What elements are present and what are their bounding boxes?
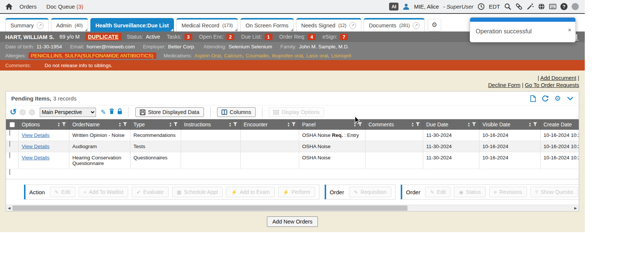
- column-header-due-date[interactable]: Due Date▴▾: [423, 119, 479, 130]
- row-checkbox[interactable]: [9, 130, 10, 136]
- column-header-instructions[interactable]: Instructions▴▾: [181, 119, 241, 130]
- table-body: View DetailsWritten Opinion - NoiseRecom…: [6, 130, 579, 169]
- filter-funnel-icon[interactable]: [174, 122, 178, 128]
- search-icon[interactable]: [504, 3, 511, 10]
- row-checkbox[interactable]: [9, 141, 10, 147]
- patient-field: eSign:7: [322, 34, 348, 40]
- filter-funnel-icon[interactable]: [123, 122, 127, 128]
- ai-badge[interactable]: AI: [389, 3, 398, 10]
- medication-item[interactable]: ibuprofen oral: [272, 53, 303, 58]
- tab-health-surveillance-due-list[interactable]: Health Surveillance:Due List: [90, 18, 174, 32]
- filter-funnel-icon[interactable]: [233, 122, 237, 128]
- wand-icon[interactable]: [527, 3, 534, 10]
- sort-icon[interactable]: ▴▾: [288, 122, 289, 127]
- tab-needs-signed[interactable]: Needs Signed(12)↗: [296, 18, 361, 32]
- allergies-bar: Allergies: PENICILLINS, SULFA(SULFONAMID…: [0, 51, 585, 60]
- tab-on-screen-forms[interactable]: On Screen Forms: [240, 18, 294, 32]
- panel-settings-gear-icon[interactable]: ⚙: [554, 95, 561, 102]
- toast-close-icon[interactable]: ×: [568, 27, 571, 33]
- sort-icon[interactable]: ▴▾: [169, 122, 171, 127]
- edit-perspective-pencil-icon[interactable]: ✎: [100, 108, 106, 116]
- medication-item[interactable]: Aspirin Oral: [194, 53, 221, 58]
- add-document-link[interactable]: Add Document: [540, 75, 576, 81]
- column-header-ordername[interactable]: OrderName▴▾: [69, 119, 130, 130]
- column-header-options[interactable]: Options▴▾: [19, 119, 69, 130]
- sort-icon[interactable]: ▴▾: [529, 122, 531, 127]
- go-to-order-requests-link[interactable]: Go To Order Requests: [525, 82, 579, 88]
- delete-perspective-trash-icon[interactable]: [109, 108, 114, 116]
- column-header-visible-date[interactable]: Visible Date▴▾: [479, 119, 541, 130]
- tab-medical-record[interactable]: Medical Record(173): [176, 18, 238, 32]
- filter-funnel-icon[interactable]: [533, 122, 537, 128]
- help-icon[interactable]: ?: [560, 3, 568, 10]
- columns-button[interactable]: Columns: [217, 107, 256, 117]
- view-details-link[interactable]: View Details: [22, 155, 49, 160]
- row-checkbox[interactable]: [9, 152, 10, 158]
- sort-icon[interactable]: ▴▾: [354, 122, 356, 127]
- action-button-label: Revisions: [499, 189, 522, 195]
- sort-icon[interactable]: ▴▾: [119, 122, 121, 127]
- panel-cell: OSHA Noise Req. : Entry: [299, 130, 365, 141]
- row-checkbox[interactable]: [9, 169, 10, 175]
- horizontal-scrollbar[interactable]: ◀ ▶: [6, 205, 579, 211]
- tab-documents[interactable]: Documents(281)↗: [364, 18, 425, 32]
- sort-icon[interactable]: ▴▾: [468, 122, 470, 127]
- globe-icon[interactable]: [538, 3, 545, 10]
- medication-item[interactable]: Coumadin: [246, 53, 269, 58]
- patient-count-badge[interactable]: 1: [265, 34, 273, 40]
- keyboard-icon[interactable]: [549, 3, 556, 10]
- view-details-link[interactable]: View Details: [22, 144, 49, 149]
- scrollbar-thumb[interactable]: [12, 206, 407, 211]
- filter-funnel-icon[interactable]: [62, 122, 66, 128]
- filter-funnel-icon[interactable]: [472, 122, 476, 128]
- select-all-checkbox[interactable]: [10, 122, 15, 127]
- new-document-icon[interactable]: [530, 95, 536, 102]
- patient-count-badge[interactable]: 4: [308, 34, 316, 40]
- action-button-label: Edit: [61, 189, 70, 195]
- calendar-icon: ▦: [177, 189, 181, 195]
- action-group-label: Order: [330, 189, 344, 195]
- medication-item[interactable]: Lisinopril: [331, 53, 351, 58]
- patient-count-badge[interactable]: 3: [184, 34, 192, 40]
- store-displayed-data-button[interactable]: Store Displayed Data: [135, 107, 204, 117]
- breadcrumb-orders[interactable]: Orders: [19, 3, 37, 10]
- filter-funnel-icon[interactable]: [292, 122, 296, 128]
- patient-field: Due List:1: [241, 34, 272, 40]
- tab-admin[interactable]: Admin(40): [51, 18, 88, 32]
- reset-perspective-icon[interactable]: ↺: [10, 108, 16, 116]
- patient-name[interactable]: HART, WILLIAM S.: [5, 34, 54, 40]
- medication-item[interactable]: Calcium: [224, 53, 243, 58]
- filter-funnel-icon[interactable]: [358, 122, 362, 128]
- scroll-left-arrow[interactable]: ◀: [6, 205, 12, 211]
- sort-icon[interactable]: ▴▾: [58, 122, 60, 127]
- patient-count-badge[interactable]: 2: [226, 34, 234, 40]
- scroll-right-arrow[interactable]: ▶: [572, 205, 579, 211]
- tab-summary[interactable]: Summary↗: [5, 18, 49, 32]
- refresh-icon[interactable]: [542, 95, 548, 102]
- collapse-chevron-icon[interactable]: [567, 96, 574, 100]
- link-icon[interactable]: [515, 3, 523, 10]
- user-name[interactable]: MIE, Alice: [414, 3, 439, 10]
- filter-funnel-icon[interactable]: [416, 122, 420, 128]
- column-header-comments[interactable]: Comments▴▾: [365, 119, 423, 130]
- column-header-panel[interactable]: Panel▴▾: [299, 119, 365, 130]
- view-details-link[interactable]: View Details: [22, 132, 49, 138]
- allergies-value[interactable]: PENICILLINS, SULFA(SULFONAMIDE ANTIBIOTI…: [28, 52, 156, 59]
- medication-item[interactable]: Lasix oral: [306, 53, 328, 58]
- add-new-orders-button[interactable]: Add New Orders: [267, 216, 318, 227]
- duplicate-badge[interactable]: DUPLICATE: [85, 33, 122, 40]
- column-header-create-date[interactable]: Create Date▴▾: [541, 119, 579, 130]
- column-header-type[interactable]: Type▴▾: [130, 119, 181, 130]
- sort-icon[interactable]: ▴▾: [412, 122, 413, 127]
- decline-form-link[interactable]: Decline Form: [488, 82, 520, 88]
- patient-count-badge[interactable]: 7: [340, 34, 348, 40]
- breadcrumb-doc-queue[interactable]: Doc Queue (3): [46, 3, 83, 10]
- due-date-cell: 11-30-2024: [423, 152, 479, 169]
- column-header-encounter[interactable]: Encounter▴▾: [241, 119, 299, 130]
- home-icon[interactable]: [5, 3, 13, 10]
- tab-settings-gear-icon[interactable]: ⚙: [428, 19, 441, 32]
- sort-icon[interactable]: ▴▾: [229, 122, 231, 127]
- panel-cell: OSHA Noise: [299, 152, 365, 169]
- lock-perspective-icon[interactable]: [117, 108, 122, 116]
- perspective-select[interactable]: Main Perspective: [40, 108, 96, 117]
